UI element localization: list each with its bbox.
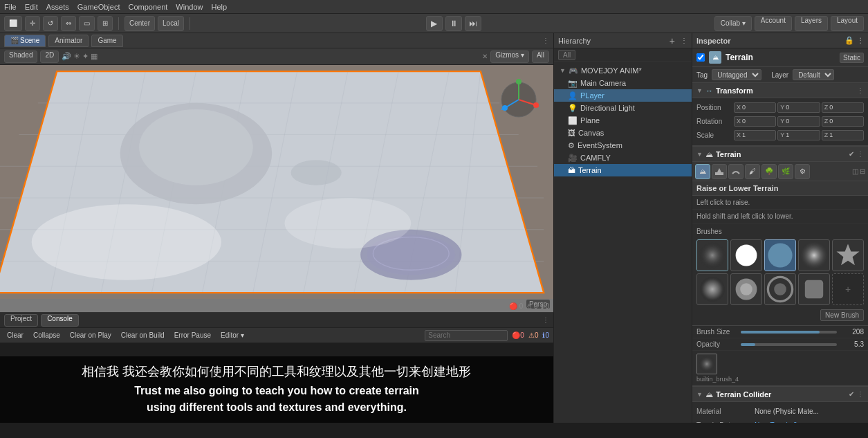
animator-tab[interactable]: Animator (48, 35, 89, 47)
terrain-tool-raise[interactable]: ⛰ (695, 164, 710, 179)
terrain-comp-header[interactable]: ▼ ⛰ Terrain ✔ ⋮ (692, 147, 868, 162)
position-y[interactable]: Y 0 (777, 102, 820, 113)
clear-btn[interactable]: Clear (4, 331, 26, 339)
layer-dropdown[interactable]: Default (793, 69, 834, 80)
account-button[interactable]: Account (755, 16, 792, 31)
collider-menu-icon[interactable]: ⋮ (857, 390, 864, 398)
menu-file[interactable]: File (4, 3, 17, 11)
collider-enable-checkbox[interactable]: ✔ (849, 390, 854, 398)
editor-btn[interactable]: Editor ▾ (218, 331, 247, 339)
status-0-btn[interactable]: 🔴0 (512, 331, 524, 339)
menu-help[interactable]: Help (211, 3, 227, 11)
new-brush-btn[interactable]: New Brush (820, 309, 864, 321)
terrain-tool-smooth[interactable] (728, 164, 744, 179)
hier-item-player[interactable]: 👤 PLayer (554, 89, 692, 102)
bottom-menu-btn[interactable]: ⋮ (542, 316, 549, 324)
terrain-data-val[interactable]: New Terrain 2 (755, 421, 864, 423)
hier-item-terrain[interactable]: 🏔 Terrain (554, 164, 692, 176)
scale-z[interactable]: Z 1 (822, 130, 864, 140)
terrain-comp-menu-icon[interactable]: ⋮ (857, 150, 864, 158)
brush-thumb-7[interactable] (730, 273, 762, 305)
tool-multi[interactable]: ⊞ (98, 16, 113, 31)
collab-button[interactable]: Collab ▾ (714, 16, 752, 31)
hier-item-eventsystem[interactable]: ⚙ EventSystem (554, 139, 692, 152)
hier-menu-btn[interactable]: ⋮ (681, 37, 687, 44)
position-z[interactable]: Z 0 (822, 102, 864, 113)
opacity-slider[interactable] (741, 343, 837, 346)
terrain-enable-checkbox[interactable]: ✔ (849, 150, 854, 158)
clear-on-play-btn[interactable]: Clear on Play (67, 331, 114, 339)
menu-gameobject[interactable]: GameObject (77, 3, 120, 11)
brush-thumb-5[interactable] (832, 239, 864, 271)
brush-thumb-new[interactable]: + (832, 273, 864, 305)
hier-item-light[interactable]: 💡 Directional Light (554, 102, 692, 114)
insp-active-checkbox[interactable] (696, 53, 705, 62)
play-button[interactable]: ▶ (426, 16, 443, 31)
selected-brush-thumb[interactable] (696, 354, 717, 374)
menu-edit[interactable]: Edit (25, 3, 38, 11)
transform-menu-icon[interactable]: ⋮ (857, 86, 864, 94)
fx-btn[interactable]: ✦ (82, 52, 89, 61)
terrain-tool-settings[interactable]: ⚙ (795, 164, 810, 179)
layers-button[interactable]: Layers (795, 16, 828, 31)
close-scene-icon[interactable]: ✕ (482, 53, 488, 60)
game-tab[interactable]: Game (91, 35, 122, 47)
hier-item-camera[interactable]: 📷 Main Camera (554, 77, 692, 89)
console-tab[interactable]: Console (41, 314, 79, 327)
menu-window[interactable]: Window (176, 3, 203, 11)
step-button[interactable]: ⏭ (465, 16, 481, 31)
toggle-btn[interactable]: ▦ (91, 52, 98, 61)
insp-lock-btn[interactable]: 🔒 (844, 36, 854, 45)
local-btn[interactable]: Local (158, 16, 184, 31)
terrain-tool-paint-height[interactable] (712, 164, 727, 179)
brush-thumb-4[interactable] (798, 239, 830, 271)
tool-transform[interactable]: ⬜ (4, 16, 22, 31)
gizmos-btn[interactable]: Gizmos ▾ (490, 51, 529, 63)
hier-item-movejoy[interactable]: ▼ 🎮 MOVEJOY ANIM* (554, 64, 692, 77)
scale-y[interactable]: Y 1 (777, 130, 820, 140)
all-btn[interactable]: All (532, 51, 549, 63)
hier-item-canvas[interactable]: 🖼 Canvas (554, 127, 692, 139)
status-info-btn[interactable]: ℹ0 (542, 331, 549, 339)
hier-add-btn[interactable]: + (670, 35, 675, 46)
terrain-tool-details[interactable]: 🌿 (778, 164, 793, 179)
terrain-collider-header[interactable]: ▼ ⛰ Terrain Collider ✔ ⋮ (692, 387, 868, 402)
scene-view[interactable]: Y X Z Persp 🔴 0 ⚠ 0 ℹ 0 (0, 65, 553, 312)
material-val[interactable]: None (Physic Mate... (755, 408, 864, 415)
hier-item-camfly[interactable]: 🎥 CAMFLY (554, 152, 692, 164)
terrain-tool-extra-1[interactable]: ◫ (852, 167, 858, 175)
status-warn-btn[interactable]: ⚠0 (528, 331, 539, 339)
project-tab[interactable]: Project (4, 314, 38, 327)
brush-thumb-2[interactable] (730, 239, 762, 271)
tag-dropdown[interactable]: Untagged (712, 69, 761, 80)
console-search[interactable] (425, 330, 508, 341)
rotation-x[interactable]: X 0 (734, 116, 776, 127)
rotation-z[interactable]: Z 0 (822, 116, 864, 127)
terrain-tool-paint-texture[interactable]: 🖌 (745, 164, 760, 179)
sound-btn[interactable]: 🔊 (62, 52, 71, 61)
terrain-tool-extra-2[interactable]: ⊟ (860, 167, 865, 175)
brush-thumb-8[interactable] (764, 273, 796, 305)
scene-menu-btn[interactable]: ⋮ (542, 37, 549, 44)
layout-button[interactable]: Layout (831, 16, 864, 31)
2d-toggle[interactable]: 2D (40, 51, 59, 63)
menu-component[interactable]: Component (128, 3, 167, 11)
error-pause-btn[interactable]: Error Pause (172, 331, 214, 339)
terrain-tool-trees[interactable]: 🌳 (761, 164, 777, 179)
pause-button[interactable]: ⏸ (445, 16, 462, 31)
clear-on-build-btn[interactable]: Clear on Build (118, 331, 167, 339)
scene-tab[interactable]: 🎬 Scene (4, 35, 46, 47)
brush-thumb-3[interactable] (764, 239, 796, 271)
scale-x[interactable]: X 1 (734, 130, 776, 140)
menu-assets[interactable]: Assets (46, 3, 69, 11)
brush-size-slider[interactable] (741, 331, 837, 334)
shaded-dropdown[interactable]: Shaded (4, 51, 37, 63)
brush-thumb-1[interactable] (696, 239, 728, 271)
insp-menu-btn[interactable]: ⋮ (857, 37, 864, 44)
center-btn[interactable]: Center (124, 16, 155, 31)
tool-rotate[interactable]: ↺ (43, 16, 58, 31)
rotation-y[interactable]: Y 0 (777, 116, 820, 127)
transform-header[interactable]: ▼ ↔ Transform ⋮ (692, 83, 868, 98)
hier-all-btn[interactable]: All (558, 50, 575, 60)
tool-move[interactable]: ✛ (25, 16, 40, 31)
